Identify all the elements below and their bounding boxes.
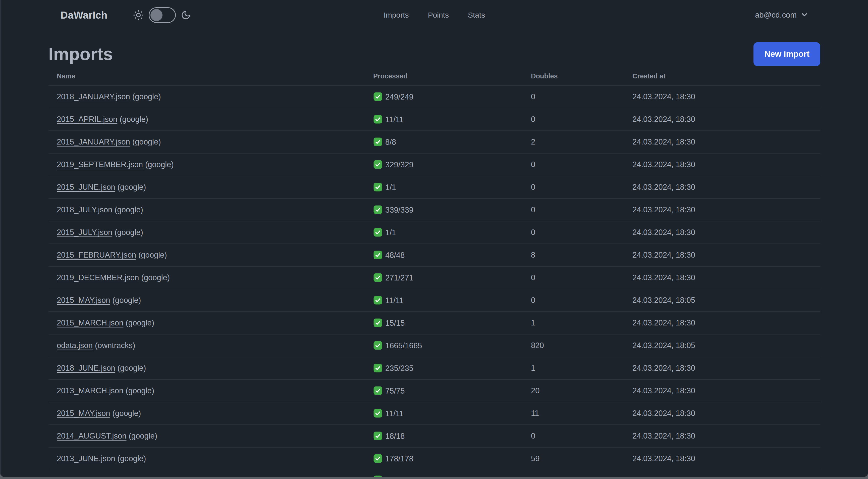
import-file-link[interactable]: 2015_MARCH.json [57,319,123,327]
import-file-link[interactable]: 2015_MAY.json [57,296,110,305]
doubles-count: 0 [523,266,624,289]
processed-count: 329/329 [385,160,413,169]
processed-count: 15/15 [385,319,405,327]
processed-count: 48/48 [385,251,405,260]
import-source: (google) [141,273,170,282]
import-file-link[interactable]: 2015_JUNE.json [57,183,115,191]
doubles-count: 59 [523,447,624,470]
doubles-count: 0 [523,289,624,311]
theme-toggle[interactable] [149,7,176,23]
import-source: (google) [132,92,161,101]
navbar-left: DaWarIch [61,7,191,23]
import-file-link[interactable]: 2018_JUNE.json [57,364,115,372]
created-at: 24.03.2024, 18:30 [624,425,820,447]
import-source: (google) [118,364,146,372]
table-row: 2015_JUNE.json(google) 1/1 0 24.03.2024,… [49,176,820,199]
check-success-icon [373,273,382,282]
doubles-count: 0 [523,425,624,447]
check-success-icon [373,250,382,260]
check-success-icon [373,205,382,214]
import-source: (google) [118,454,146,463]
doubles-count: 8 [523,244,624,266]
page-header: Imports New import [49,42,820,66]
check-success-icon [373,160,382,169]
created-at: 24.03.2024, 18:30 [624,447,820,470]
check-success-icon [373,228,382,237]
processed-count: 249/249 [385,92,413,101]
import-source: (google) [113,296,141,305]
import-file-link[interactable]: 2013_JUNE.json [57,454,115,463]
processed-count: 178/178 [385,454,413,463]
processed-count: 11/11 [385,409,404,418]
processed-count: 8/8 [385,138,396,147]
navbar: DaWarIch [1,0,868,30]
user-menu[interactable]: ab@cd.com [755,10,808,20]
check-success-icon [373,386,382,395]
table-row: 2013_MARCH.json(google) 75/75 20 24.03.2… [49,380,820,402]
table-row: 2018_JANUARY.json(google) 249/249 0 24.0… [49,85,820,108]
import-source: (google) [132,138,161,146]
table-row: 2018_JULY.json(google) 339/339 0 24.03.2… [49,199,820,221]
created-at: 24.03.2024, 18:30 [624,266,820,289]
moon-icon [181,10,191,20]
processed-count: 11/11 [385,115,404,124]
table-row: 2013_JUNE.json(google) 178/178 59 24.03.… [49,447,820,470]
doubles-count: 1 [523,357,624,380]
page-title: Imports [49,44,113,64]
doubles-count: 20 [523,380,624,402]
import-source: (google) [120,115,148,124]
import-file-link[interactable]: 2014_AUGUST.json [57,431,126,440]
table-row: 2015_JULY.json(google) 1/1 0 24.03.2024,… [49,221,820,244]
processed-count: 235/235 [385,364,413,373]
doubles-count: 820 [523,334,624,357]
doubles-count: 0 [523,85,624,108]
app-logo[interactable]: DaWarIch [61,9,107,21]
processed-count: 75/75 [385,387,405,395]
created-at: 24.03.2024, 18:30 [624,311,820,334]
check-success-icon [373,475,382,477]
import-file-link[interactable]: 2015_MAY.json [57,409,110,418]
column-header-name: Name [49,67,365,85]
import-source: (google) [113,409,141,418]
created-at: 24.03.2024, 18:30 [624,108,820,131]
import-file-link[interactable]: 2019_DECEMBER.json [57,273,139,282]
nav-link-imports[interactable]: Imports [384,11,409,19]
created-at: 24.03.2024, 18:30 [624,176,820,199]
sun-icon [133,10,144,20]
table-row: 2014_AUGUST.json(google) 18/18 0 24.03.2… [49,425,820,447]
processed-count: 11/11 [385,296,404,305]
import-source: (google) [118,183,146,191]
import-file-link[interactable]: 2013_MARCH.json [57,386,123,395]
created-at: 24.03.2024, 18:30 [624,402,820,425]
doubles-count: 0 [523,221,624,244]
column-header-processed: Processed [365,67,523,85]
table-row: 2015_JANUARY.json(google) 8/8 2 24.03.20… [49,131,820,153]
nav-link-points[interactable]: Points [428,11,449,19]
import-file-link[interactable]: 2015_FEBRUARY.json [57,250,136,259]
import-file-link[interactable]: odata.json [57,341,93,350]
check-success-icon [373,409,382,418]
import-file-link[interactable]: 2015_JULY.json [57,228,112,237]
import-source: (owntracks) [95,341,135,350]
check-success-icon [373,341,382,350]
processed-count: 1665/1665 [385,341,422,350]
import-source: (google) [129,431,157,440]
import-file-link[interactable]: 2015_JANUARY.json [57,138,130,146]
doubles-count: 1 [523,311,624,334]
import-file-link[interactable]: 2018_JULY.json [57,205,112,214]
created-at: 24.03.2024, 18:30 [624,153,820,176]
theme-toggle-knob [150,9,162,21]
nav-link-stats[interactable]: Stats [468,11,485,19]
theme-toggle-group [133,7,191,23]
import-file-link[interactable]: 2019_SEPTEMBER.json [57,160,143,169]
imports-table: Name Processed Doubles Created at 2018_J… [49,67,820,477]
table-row: 2019_SEPTEMBER.json(google) 329/329 0 24… [49,153,820,176]
processed-count: 1/1 [385,183,396,192]
chevron-down-icon [801,11,808,19]
navbar-links: Imports Points Stats [384,0,485,30]
import-file-link[interactable]: 2015_APRIL.json [57,115,117,124]
created-at: 24.03.2024, 18:30 [624,199,820,221]
new-import-button[interactable]: New import [753,42,820,66]
import-file-link[interactable]: 2018_JANUARY.json [57,92,130,101]
check-success-icon [373,137,382,147]
